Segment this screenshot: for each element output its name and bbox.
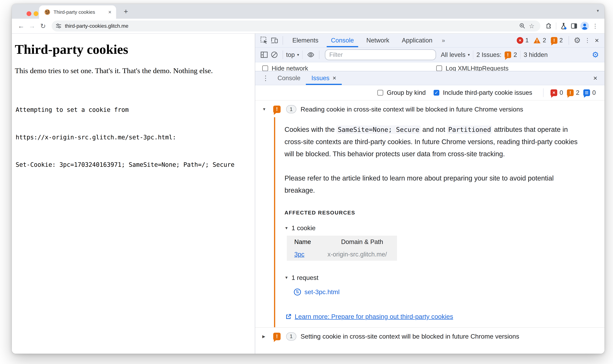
window-content: Third-party cookies This demo tries to s… <box>12 34 604 354</box>
cookie-domain-cell: x-origin-src.glitch.me/ <box>327 248 397 260</box>
issue-warning-bubble-icon: ! <box>567 89 574 96</box>
console-settings-gear-icon[interactable]: ⚙ <box>590 50 600 60</box>
log-xhr-label[interactable]: Log XMLHttpRequests <box>445 65 509 71</box>
side-panel-icon[interactable] <box>569 21 579 31</box>
status-badges: × 1 2 ! 2 <box>517 37 566 44</box>
error-badge-icon[interactable]: × <box>517 37 523 44</box>
log-level-label: All levels <box>441 51 465 58</box>
back-button[interactable]: ← <box>16 21 26 31</box>
cookie-group-row[interactable]: ▼ 1 cookie <box>285 224 604 232</box>
issues-summary-count: 2 <box>514 51 517 58</box>
drawer-tab-console[interactable]: Console <box>272 71 306 85</box>
live-expression-eye-icon[interactable] <box>306 50 316 60</box>
drawer-tab-bar: ⋮ Console Issues × × <box>255 71 604 85</box>
drawer-menu-kebab-icon[interactable]: ⋮ <box>259 74 272 82</box>
warning-badge-icon[interactable] <box>533 37 541 44</box>
page-paragraph: This demo tries to set one. That's it. T… <box>15 66 255 75</box>
triangle-down-icon[interactable]: ▼ <box>285 226 288 230</box>
experiments-flask-icon[interactable] <box>558 21 569 31</box>
log-level-selector[interactable]: All levels ▾ <box>441 51 470 58</box>
hide-network-label[interactable]: Hide network <box>272 65 308 71</box>
devtools-settings-gear-icon[interactable]: ⚙ <box>572 36 582 45</box>
issues-badge-icon[interactable]: ! <box>505 52 511 58</box>
divider <box>283 51 283 59</box>
tab-elements[interactable]: Elements <box>286 34 325 47</box>
tab-search-chevron-icon[interactable]: ▾ <box>597 8 599 13</box>
issue-row-collapsed[interactable]: ▶ ! 1 Setting cookie in cross-site conte… <box>255 327 604 344</box>
issue-count-pill: 1 <box>286 105 296 113</box>
forward-button[interactable]: → <box>26 21 38 31</box>
affected-resources-label: AFFECTED RESOURCES <box>285 210 604 216</box>
window-close-button[interactable] <box>26 11 31 16</box>
request-link[interactable]: set-3pc.html <box>304 288 339 296</box>
browser-menu-kebab-icon[interactable]: ⋮ <box>590 21 600 31</box>
issue-info-count: 0 <box>592 89 596 96</box>
clear-console-icon[interactable] <box>269 50 279 60</box>
cookie-table: Name Domain & Path 3pc x-origin-src.glit… <box>287 236 397 261</box>
tab-console[interactable]: Console <box>325 34 360 47</box>
issue-count-pill: 1 <box>286 332 296 340</box>
context-selector[interactable]: top ▾ <box>286 51 299 58</box>
log-xhr-checkbox[interactable] <box>436 65 442 71</box>
devtools-menu-kebab-icon[interactable]: ⋮ <box>582 36 592 45</box>
site-settings-icon[interactable] <box>54 21 63 31</box>
extensions-icon[interactable] <box>544 21 554 31</box>
reload-button[interactable]: ↻ <box>38 21 49 31</box>
triangle-right-icon[interactable]: ▶ <box>262 334 267 339</box>
drawer-tab-issues-label: Issues <box>312 74 329 82</box>
profile-avatar[interactable] <box>579 21 590 31</box>
console-sidebar-toggle-icon[interactable] <box>259 50 269 60</box>
tab-strip: Third-party cookies × + ▾ <box>12 4 604 19</box>
more-tabs-icon[interactable]: » <box>439 37 447 44</box>
browser-tab[interactable]: Third-party cookies × <box>39 5 116 19</box>
devtools-close-icon[interactable]: × <box>592 37 601 44</box>
group-by-kind-setting: Group by kind <box>377 89 426 96</box>
drawer-close-icon[interactable]: × <box>591 73 600 83</box>
divider <box>319 51 319 59</box>
issues-badge-icon[interactable]: ! <box>551 37 558 44</box>
issue-title: Reading cookie in cross-site context wil… <box>300 105 523 113</box>
zoom-icon[interactable] <box>518 21 527 31</box>
divider <box>283 36 283 45</box>
issues-summary-label[interactable]: 2 Issues: <box>476 51 501 58</box>
web-page: Third-party cookies This demo tries to s… <box>12 34 255 354</box>
tab-application[interactable]: Application <box>396 34 439 47</box>
issue-title: Setting cookie in cross-site context wil… <box>300 333 519 340</box>
domain-column-header: Domain & Path <box>327 236 397 248</box>
hide-network-checkbox[interactable] <box>262 65 268 71</box>
include-third-party-checkbox[interactable]: ✓ <box>434 90 440 96</box>
cookie-log-line: Set-Cookie: 3pc=1703240163971; SameSite=… <box>16 160 255 169</box>
drawer-tab-close-icon[interactable]: × <box>333 74 336 82</box>
warning-count: 2 <box>543 37 546 44</box>
new-tab-button[interactable]: + <box>121 7 130 16</box>
group-by-kind-label[interactable]: Group by kind <box>387 89 426 96</box>
device-toolbar-icon[interactable] <box>269 36 279 45</box>
hide-network-setting: Hide network <box>262 65 308 71</box>
address-bar[interactable]: third-party-cookies.glitch.me ☆ <box>52 21 540 31</box>
cookie-name-link[interactable]: 3pc <box>294 251 304 258</box>
triangle-down-icon[interactable]: ▼ <box>262 107 267 112</box>
filter-input[interactable] <box>325 49 436 60</box>
triangle-down-icon[interactable]: ▼ <box>285 275 288 280</box>
drawer-tab-issues[interactable]: Issues × <box>306 71 342 85</box>
cookie-name-cell: 3pc <box>287 248 327 260</box>
divider <box>302 51 302 59</box>
inspect-element-icon[interactable] <box>259 36 269 45</box>
issue-error-count-group: × 0 <box>550 89 563 96</box>
bookmark-star-icon[interactable]: ☆ <box>527 21 536 31</box>
tab-network[interactable]: Network <box>360 34 396 47</box>
issue-row-expanded[interactable]: ▼ ! 1 Reading cookie in cross-site conte… <box>255 101 604 117</box>
tab-close-icon[interactable]: × <box>107 9 112 16</box>
request-group-label: 1 request <box>292 274 318 281</box>
cookie-favicon-icon <box>45 9 50 15</box>
request-group-row[interactable]: ▼ 1 request <box>285 274 604 281</box>
include-third-party-label[interactable]: Include third-party cookie issues <box>443 89 532 96</box>
divider <box>543 88 544 97</box>
desktop: Third-party cookies × + ▾ ← → ↻ third-pa… <box>0 0 613 364</box>
cookie-log-line: https://x-origin-src.glitch.me/set-3pc.h… <box>16 133 255 142</box>
issue-bubble-icon: ! <box>273 333 281 340</box>
hidden-messages-label[interactable]: 3 hidden <box>524 51 548 58</box>
group-by-kind-checkbox[interactable] <box>377 90 383 96</box>
window-minimize-button[interactable] <box>34 11 38 16</box>
learn-more-link[interactable]: Learn more: Prepare for phasing out thir… <box>295 313 453 320</box>
